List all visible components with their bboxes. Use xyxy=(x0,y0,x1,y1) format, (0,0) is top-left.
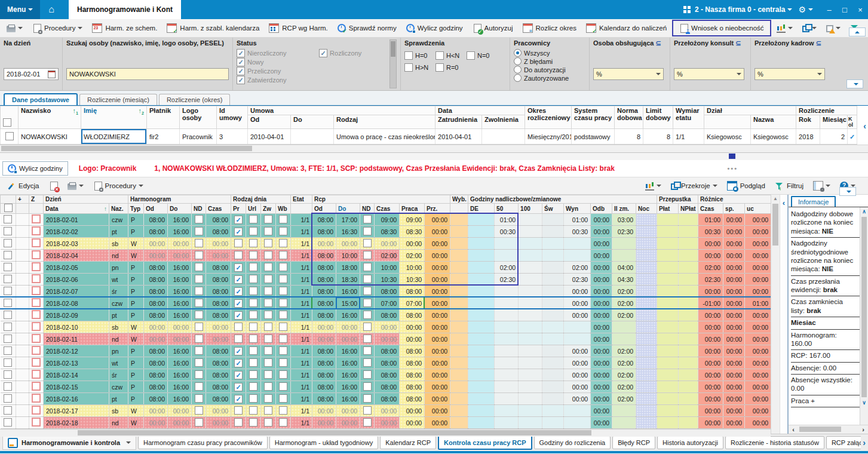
schedule-row-2018-02-11[interactable]: 2018-02-11ndW00:0000:0000:001/100:0000:0… xyxy=(1,333,771,345)
checkbox[interactable] xyxy=(234,347,243,355)
cell-sel[interactable] xyxy=(1,333,16,345)
checkbox[interactable] xyxy=(195,275,203,283)
checkbox[interactable] xyxy=(279,358,287,367)
cell-url[interactable] xyxy=(246,405,261,417)
cell-hdo[interactable]: 16:00 xyxy=(168,274,192,286)
cell-plus[interactable] xyxy=(16,405,29,417)
cell-norma[interactable]: 8 xyxy=(615,129,643,145)
checkbox[interactable] xyxy=(435,51,444,60)
cell-g100[interactable] xyxy=(519,333,542,345)
cell-typ[interactable]: W xyxy=(128,333,144,345)
cell-rod[interactable]: 08:00 xyxy=(312,393,336,405)
cell-pr[interactable] xyxy=(231,309,246,321)
cell-sel[interactable] xyxy=(1,345,16,357)
cell-rdo[interactable]: 16:30 xyxy=(336,226,360,238)
schedule-row-2018-02-03[interactable]: 2018-02-03sbW00:0000:0000:001/100:0000:0… xyxy=(1,238,771,250)
checkbox[interactable] xyxy=(249,311,257,319)
cell-url[interactable] xyxy=(246,214,261,226)
cell-umowa-od[interactable]: 2010-04-01 xyxy=(248,129,291,145)
cell-hod[interactable]: 08:00 xyxy=(144,286,168,297)
cell-dsp[interactable]: 00:00 xyxy=(723,214,745,226)
cell-imie[interactable]: WŁODZIMIERZ xyxy=(81,129,147,145)
cell-typ[interactable]: W xyxy=(128,238,144,250)
checkbox[interactable] xyxy=(234,371,243,379)
cell-hdo[interactable]: 00:00 xyxy=(168,405,192,417)
cell-pr[interactable] xyxy=(231,297,246,309)
cell-sel[interactable] xyxy=(1,274,16,286)
col-duc[interactable]: uc xyxy=(745,204,771,214)
cell-duc[interactable]: 00:00 xyxy=(745,286,771,297)
checkbox[interactable] xyxy=(279,287,287,295)
cell-sw[interactable] xyxy=(542,345,564,357)
checkbox[interactable] xyxy=(264,323,272,331)
cell-hod[interactable]: 08:00 xyxy=(144,357,168,369)
cell-etat[interactable]: 1/1 xyxy=(291,262,312,274)
procedury-button[interactable]: Procedury xyxy=(28,20,87,36)
cell-okres[interactable]: Miesięczny/201 xyxy=(525,129,572,145)
cell-prz[interactable]: 00:00 xyxy=(425,309,450,321)
cell-zw[interactable] xyxy=(261,417,276,429)
cell-rnd[interactable] xyxy=(360,417,375,429)
cell-dsp[interactable]: 00:00 xyxy=(723,286,745,297)
cell-plus[interactable] xyxy=(16,297,29,309)
cell-id-umowy[interactable]: 3 xyxy=(217,129,248,145)
cell-iizm[interactable] xyxy=(612,333,636,345)
cell-naz[interactable]: śr xyxy=(109,286,128,297)
cell-sw[interactable] xyxy=(542,357,564,369)
col-logo-osoby[interactable]: Logo osoby xyxy=(180,106,217,129)
cell-hczas[interactable]: 08:00 xyxy=(206,226,231,238)
row-select-checkbox[interactable] xyxy=(4,335,12,343)
col-rczas[interactable]: Czas xyxy=(375,204,400,214)
cell-rod[interactable]: 00:00 xyxy=(312,238,336,250)
cell-rczas[interactable]: 08:00 xyxy=(375,309,400,321)
cell-wyb[interactable] xyxy=(450,250,468,262)
cell-miesiac[interactable]: 2 xyxy=(820,129,848,145)
cell-nplat[interactable] xyxy=(679,381,698,393)
z-checkbox[interactable] xyxy=(32,346,41,355)
cell-pr[interactable] xyxy=(231,405,246,417)
checkbox[interactable] xyxy=(264,394,272,403)
cell-hdo[interactable]: 00:00 xyxy=(168,321,192,333)
checkbox[interactable] xyxy=(195,358,203,367)
cell-etat[interactable]: 1/1 xyxy=(291,309,312,321)
cell-typ[interactable]: W xyxy=(128,405,144,417)
cell-noc[interactable] xyxy=(636,345,657,357)
checkbox[interactable] xyxy=(279,299,287,307)
cell-hczas[interactable]: 08:00 xyxy=(206,262,231,274)
cell-etat[interactable]: 1/1 xyxy=(291,297,312,309)
checkbox[interactable] xyxy=(363,406,372,415)
cell-dczas[interactable]: 00:00 xyxy=(698,238,723,250)
z-checkbox[interactable] xyxy=(32,310,41,319)
row-select-checkbox[interactable] xyxy=(4,227,12,235)
cell-data[interactable]: 2018-02-12 xyxy=(44,345,109,357)
cell-hnd[interactable] xyxy=(192,369,206,381)
cell-rod[interactable]: 08:00 xyxy=(312,309,336,321)
cell-naz[interactable]: wt xyxy=(109,357,128,369)
cell-wb[interactable] xyxy=(276,321,291,333)
cell-naz[interactable]: śr xyxy=(109,369,128,381)
cell-wb[interactable] xyxy=(276,417,291,429)
checkbox[interactable] xyxy=(234,311,243,320)
cell-hod[interactable]: 00:00 xyxy=(144,321,168,333)
cell-rczas[interactable]: 10:30 xyxy=(375,274,400,286)
checkbox[interactable] xyxy=(279,418,287,427)
checkbox[interactable] xyxy=(363,227,372,235)
col-prz[interactable]: Prz. xyxy=(425,204,450,214)
cell-url[interactable] xyxy=(246,381,261,393)
cell-iizm[interactable]: 04:30 xyxy=(612,274,636,286)
cell-duc[interactable]: 00:00 xyxy=(745,309,771,321)
cell-duc[interactable]: 00:00 xyxy=(745,393,771,405)
cell-hczas[interactable]: 08:00 xyxy=(206,381,231,393)
cell-hdo[interactable]: 16:00 xyxy=(168,226,192,238)
cell-rczas[interactable]: 07:00 xyxy=(375,297,400,309)
cell-naz[interactable]: nd xyxy=(109,417,128,429)
z-checkbox[interactable] xyxy=(32,418,41,427)
col-plus[interactable] xyxy=(16,204,29,214)
checkbox[interactable] xyxy=(195,251,203,259)
schedule-row-2018-02-07[interactable]: 2018-02-07śrP08:0016:0008:001/108:0016:0… xyxy=(1,286,771,297)
checkbox[interactable] xyxy=(363,263,372,271)
radio-button[interactable] xyxy=(514,66,522,73)
cell-prz[interactable]: 00:00 xyxy=(425,393,450,405)
cell-g50[interactable]: 02:30 xyxy=(495,274,519,286)
row-select-checkbox[interactable] xyxy=(4,358,12,367)
